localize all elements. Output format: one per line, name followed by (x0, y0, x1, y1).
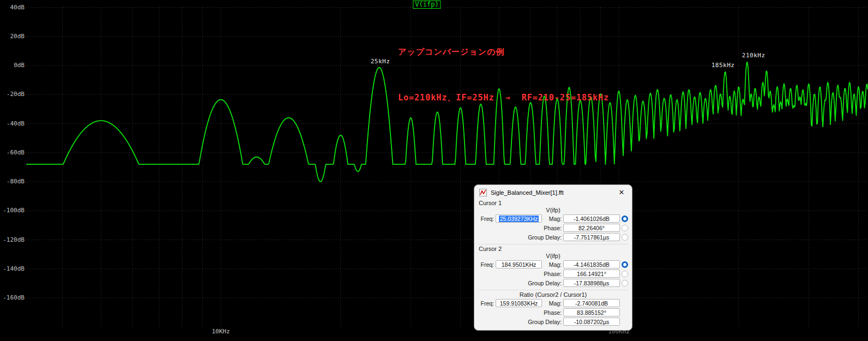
cursor1-heading: Cursor 1 (479, 200, 628, 207)
annotation-text: アップコンバージョンの例 Lo=210kHz、IF=25Hz ⇒ RF=210-… (398, 14, 609, 136)
ratio-mag-input[interactable]: -2.740081dB (563, 299, 620, 307)
annotation-line1: アップコンバージョンの例 (398, 44, 609, 59)
cursor1-phase-radio[interactable] (622, 225, 628, 231)
y-tick-label: -120dB (0, 237, 25, 243)
freq-label: Freq: (478, 300, 494, 307)
cursor1-group-delay-input[interactable]: -7.7517861µs (563, 233, 620, 241)
x-tick-label: 10KHz (212, 328, 230, 335)
y-tick-label: -40dB (0, 121, 25, 127)
cursor2-mag-input[interactable]: -4.1461835dB (563, 260, 620, 268)
phase-label: Phase: (523, 225, 562, 231)
cursor1-mag-input[interactable]: -1.4061026dB (563, 214, 620, 223)
ltspice-plot-window: 40dB20dB0dB-20dB-40dB-60dB-80dB-100dB-12… (0, 0, 868, 341)
y-tick-label: -100dB (0, 207, 25, 214)
cursor1-group-delay-radio[interactable] (622, 234, 628, 241)
cursor2-signal: V(ifp) (478, 253, 628, 260)
dialog-title: Sigle_Balanced_Mixer[1].fft (491, 189, 610, 196)
ratio-heading: Ratio (Cursor2 / Cursor1) (478, 291, 628, 298)
group-delay-label: Group Delay: (523, 234, 562, 241)
cursor2-freq-input[interactable]: 184.9501KHz (496, 260, 542, 268)
freq-label: Freq: (478, 261, 494, 268)
cursor2-group-delay-radio[interactable] (622, 280, 628, 286)
cursor1-freq-value: 25.039273KHz (499, 216, 539, 222)
ratio-phase-input[interactable]: 83.885152° (563, 308, 620, 316)
peak-label: 210kHz (742, 52, 765, 59)
cursor2-mag-radio[interactable] (622, 261, 628, 268)
cursor1-freq-input[interactable]: 25.039273KHz (496, 214, 542, 223)
y-tick-label: 20dB (0, 33, 25, 40)
ratio-section: Ratio (Cursor2 / Cursor1) Freq: 159.9108… (478, 290, 628, 326)
annotation-line2: Lo=210kHz、IF=25Hz ⇒ RF=210-25=185kHz (398, 90, 609, 105)
cursor1-signal: V(ifp) (478, 207, 628, 214)
group-delay-label: Group Delay: (523, 280, 562, 286)
cursor2-heading: Cursor 2 (479, 246, 628, 253)
y-tick-label: -80dB (0, 178, 25, 185)
phase-label: Phase: (523, 271, 562, 277)
y-tick-label: 0dB (0, 62, 25, 69)
cursor2-phase-input[interactable]: 166.14921° (563, 270, 620, 278)
y-tick-label: -140dB (0, 266, 25, 272)
cursor1-phase-input[interactable]: 82.26406° (563, 224, 620, 232)
dialog-titlebar[interactable]: Sigle_Balanced_Mixer[1].fft ✕ (474, 185, 632, 200)
y-tick-label: 40dB (0, 4, 25, 11)
freq-label: Freq: (478, 216, 494, 222)
ratio-group-delay-input[interactable]: -10.087202µs (563, 318, 620, 326)
trace-label[interactable]: V(ifp) (413, 1, 441, 9)
close-icon[interactable]: ✕ (613, 185, 630, 200)
cursor2-phase-radio[interactable] (622, 271, 628, 277)
phase-label: Phase: (523, 309, 562, 316)
y-tick-label: -20dB (0, 91, 25, 98)
y-tick-label: -60dB (0, 149, 25, 156)
cursor-dialog: Sigle_Balanced_Mixer[1].fft ✕ Cursor 1 V… (474, 184, 632, 331)
group-delay-label: Group Delay: (523, 319, 562, 325)
cursor1-mag-radio[interactable] (622, 216, 628, 222)
peak-label: 25kHz (371, 58, 390, 65)
ratio-freq-input[interactable]: 159.91083KHz (496, 299, 542, 307)
y-tick-label: -160dB (0, 295, 25, 301)
cursor2-group-delay-input[interactable]: -17.838988µs (563, 279, 620, 287)
cursor1-section: Cursor 1 V(ifp) Freq: 25.039273KHz Mag: … (478, 200, 628, 242)
cursor2-section: Cursor 2 V(ifp) Freq: 184.9501KHz Mag: -… (478, 244, 628, 288)
dialog-body: Cursor 1 V(ifp) Freq: 25.039273KHz Mag: … (474, 200, 632, 330)
peak-label: 185kHz (712, 62, 735, 69)
dialog-icon (479, 189, 487, 196)
